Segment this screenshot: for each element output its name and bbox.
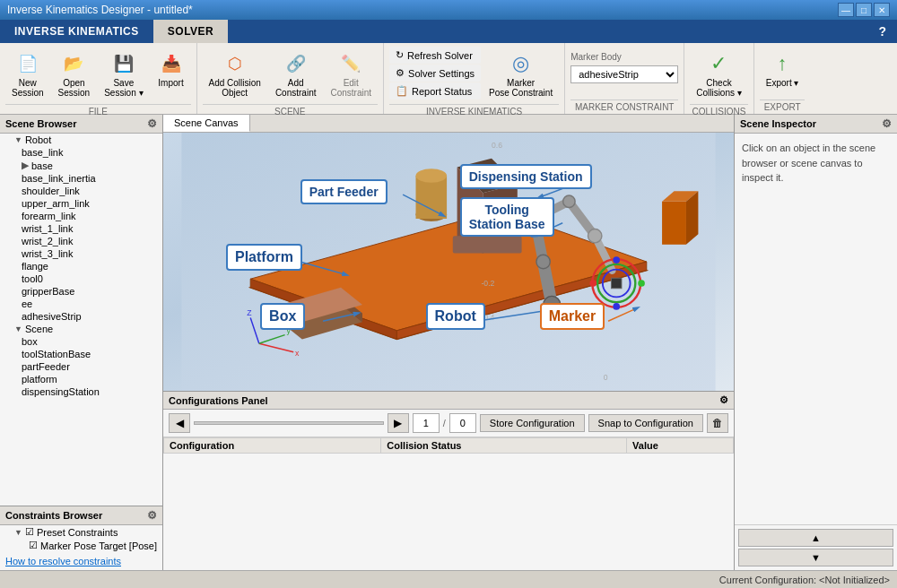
marker-pose-constraint-button[interactable]: ◎ MarkerPose Constraint xyxy=(483,47,559,102)
close-button[interactable]: ✕ xyxy=(874,3,890,17)
tree-item-marker-pose[interactable]: ☑ Marker Pose Target [Pose] xyxy=(0,539,162,552)
report-icon: 📋 xyxy=(396,85,408,97)
tree-item-robot[interactable]: ▼ Robot xyxy=(0,134,162,146)
tree-item-base-link[interactable]: base_link xyxy=(0,146,162,159)
menu-tab-ik[interactable]: INVERSE KINEMATICS xyxy=(0,20,153,43)
edit-constraint-icon: ✏️ xyxy=(338,51,363,76)
config-separator: / xyxy=(443,418,446,428)
import-button[interactable]: 📥 Import xyxy=(152,47,191,92)
scene-canvas-tabs: Scene Canvas xyxy=(163,115,734,133)
save-session-icon: 💾 xyxy=(111,51,136,76)
config-next-button[interactable]: ▶ xyxy=(388,413,409,433)
new-session-icon: 📄 xyxy=(15,51,40,76)
svg-text:0.6: 0.6 xyxy=(492,141,502,150)
tree-item-forearm-link[interactable]: forearm_link xyxy=(0,210,162,222)
how-to-link[interactable]: How to resolve constraints xyxy=(0,552,162,570)
left-panel: Scene Browser ⚙ ▼ Robot base_link ▶ base… xyxy=(0,115,163,570)
tree-item-preset-constraints[interactable]: ▼ ☑ Preset Constraints xyxy=(0,525,162,539)
status-bar: Current Configuration: <Not Initialized> xyxy=(0,570,897,588)
scene-browser-tree: ▼ Robot base_link ▶ base base_link_inert… xyxy=(0,134,162,506)
config-panel-gear[interactable]: ⚙ xyxy=(719,394,728,406)
refresh-icon: ↻ xyxy=(396,49,404,61)
inspector-down-button[interactable]: ▼ xyxy=(738,549,893,566)
save-session-button[interactable]: 💾 SaveSession ▾ xyxy=(98,47,149,102)
inspector-header: Scene Inspector ⚙ xyxy=(735,115,897,134)
scene-canvas[interactable]: x Z y 0.6 0.4 0.2 -0.2 -0.4 0 Part Feede… xyxy=(163,133,734,391)
check-collisions-button[interactable]: ✓ CheckCollisions ▾ xyxy=(690,47,748,102)
open-session-button[interactable]: 📂 OpenSession xyxy=(52,47,97,102)
tree-item-gripper-base[interactable]: gripperBase xyxy=(0,285,162,298)
tree-item-base[interactable]: ▶ base xyxy=(0,159,162,172)
help-button[interactable]: ? xyxy=(867,20,897,43)
svg-rect-12 xyxy=(453,236,522,253)
refresh-solver-button[interactable]: ↻ Refresh Solver xyxy=(389,47,481,64)
status-text: Current Configuration: <Not Initialized> xyxy=(719,575,890,585)
minimize-button[interactable]: — xyxy=(838,3,854,17)
title-bar: Inverse Kinematics Designer - untitled* … xyxy=(0,0,897,20)
svg-rect-29 xyxy=(611,278,622,289)
constraints-gear[interactable]: ⚙ xyxy=(147,509,157,522)
svg-text:0.4: 0.4 xyxy=(487,176,498,185)
ribbon-group-scene: ⬡ Add CollisionObject 🔗 AddConstraint ✏️… xyxy=(197,43,385,114)
ribbon: 📄 NewSession 📂 OpenSession 💾 SaveSession… xyxy=(0,43,897,115)
tree-item-tool0[interactable]: tool0 xyxy=(0,272,162,285)
maximize-button[interactable]: □ xyxy=(856,3,872,17)
main-content: Scene Browser ⚙ ▼ Robot base_link ▶ base… xyxy=(0,115,897,570)
svg-text:0: 0 xyxy=(604,373,608,382)
store-config-button[interactable]: Store Configuration xyxy=(480,414,585,432)
svg-point-30 xyxy=(638,280,645,287)
tree-item-wrist3-link[interactable]: wrist_3_link xyxy=(0,247,162,260)
svg-text:x: x xyxy=(295,349,300,358)
config-slider[interactable] xyxy=(194,421,384,425)
marker-body-select[interactable]: adhesiveStrip xyxy=(570,65,678,83)
tree-item-box[interactable]: box xyxy=(0,335,162,348)
tree-item-wrist1-link[interactable]: wrist_1_link xyxy=(0,222,162,235)
scene-browser-gear[interactable]: ⚙ xyxy=(147,117,157,130)
tree-item-tool-station-base[interactable]: toolStationBase xyxy=(0,348,162,360)
add-constraint-icon: 🔗 xyxy=(283,51,309,76)
tree-item-shoulder-link[interactable]: shoulder_link xyxy=(0,185,162,197)
tree-item-scene[interactable]: ▼ Scene xyxy=(0,323,162,335)
center-panel: Scene Canvas xyxy=(163,115,734,570)
export-group-label: EXPORT xyxy=(760,99,806,112)
inspector-gear[interactable]: ⚙ xyxy=(882,117,892,130)
svg-text:y: y xyxy=(287,326,292,335)
inspector-up-button[interactable]: ▲ xyxy=(738,529,893,547)
add-constraint-button[interactable]: 🔗 AddConstraint xyxy=(269,47,323,102)
config-controls: ◀ ▶ 1 / 0 Store Configuration Snap to Co… xyxy=(163,410,734,437)
export-button[interactable]: ↑ Export ▾ xyxy=(760,47,806,92)
menu-tab-solver[interactable]: SOLVER xyxy=(153,20,228,43)
marker-constraint-group-label: MARKER CONSTRAINT xyxy=(570,99,678,112)
edit-constraint-button[interactable]: ✏️ EditConstraint xyxy=(324,47,378,102)
right-panel: Scene Inspector ⚙ Click on an object in … xyxy=(734,115,897,570)
add-collision-object-button[interactable]: ⬡ Add CollisionObject xyxy=(203,47,267,102)
tree-item-base-link-inertia[interactable]: base_link_inertia xyxy=(0,172,162,185)
app-title: Inverse Kinematics Designer - untitled* xyxy=(7,4,193,16)
tree-item-ee[interactable]: ee xyxy=(0,298,162,310)
scene-canvas-tab[interactable]: Scene Canvas xyxy=(163,115,250,132)
svg-text:-0.4: -0.4 xyxy=(481,313,494,322)
ribbon-group-export: ↑ Export ▾ EXPORT xyxy=(754,43,811,114)
svg-point-24 xyxy=(563,195,575,207)
svg-point-22 xyxy=(536,255,550,268)
report-status-button[interactable]: 📋 Report Status xyxy=(389,82,481,99)
tree-item-part-feeder[interactable]: partFeeder xyxy=(0,360,162,373)
new-session-button[interactable]: 📄 NewSession xyxy=(5,47,50,102)
config-current-value: 1 xyxy=(413,413,440,433)
tree-item-dispensing-station[interactable]: dispensingStation xyxy=(0,385,162,398)
tree-item-upper-arm-link[interactable]: upper_arm_link xyxy=(0,197,162,210)
tree-item-flange[interactable]: flange xyxy=(0,260,162,272)
snap-config-button[interactable]: Snap to Configuration xyxy=(588,414,703,432)
svg-point-25 xyxy=(588,229,602,243)
ribbon-group-marker-constraint: Marker Body adhesiveStrip MARKER CONSTRA… xyxy=(565,43,684,114)
tree-item-platform[interactable]: platform xyxy=(0,373,162,385)
constraints-browser-header: Constraints Browser ⚙ xyxy=(0,506,162,525)
config-delete-button[interactable]: 🗑 xyxy=(707,413,728,433)
svg-text:-0.2: -0.2 xyxy=(481,279,494,288)
config-prev-button[interactable]: ◀ xyxy=(169,413,190,433)
solver-settings-button[interactable]: ⚙ Solver Settings xyxy=(389,65,481,82)
tree-item-wrist2-link[interactable]: wrist_2_link xyxy=(0,235,162,247)
tree-item-adhesive-strip[interactable]: adhesiveStrip xyxy=(0,310,162,323)
svg-text:0.2: 0.2 xyxy=(487,210,498,219)
svg-text:Z: Z xyxy=(247,308,251,317)
